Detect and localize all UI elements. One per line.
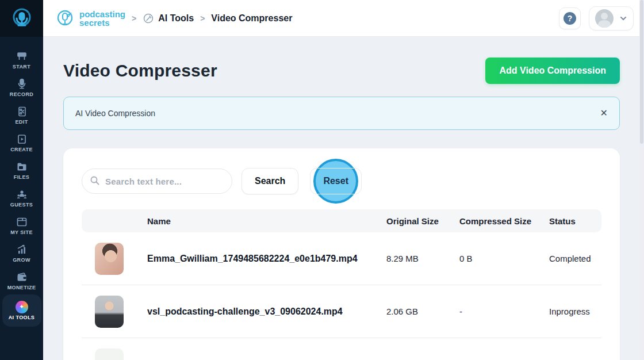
- sidebar-item-label: GUESTS: [10, 202, 33, 208]
- breadcrumb-video-compresser[interactable]: Video Compresser: [211, 13, 292, 24]
- sidebar-item-label: FILES: [14, 174, 30, 180]
- header-compressed-size: Compressed Size: [459, 216, 549, 226]
- chevron-down-icon: [619, 14, 627, 22]
- close-icon[interactable]: ✕: [600, 109, 608, 118]
- topbar-right: ?: [559, 6, 634, 30]
- sidebar-item-files[interactable]: FILES: [2, 156, 41, 184]
- sidebar-logo[interactable]: [0, 0, 43, 37]
- table-row: episode-20.mp4 2.21 GB 0 B Completed: [82, 338, 601, 360]
- sidebar-item-edit[interactable]: EDIT: [2, 101, 41, 129]
- header-status: Status: [549, 216, 601, 226]
- page-header: Video Compresser Add Video Compression: [63, 53, 620, 89]
- info-banner-text: AI Video Compression: [75, 109, 155, 118]
- table-header-row: Name Original Size Compressed Size Statu…: [82, 209, 601, 232]
- edit-clip-icon: [16, 106, 28, 117]
- ai-sparkle-icon: [16, 301, 28, 313]
- add-video-compression-button[interactable]: Add Video Compression: [485, 58, 620, 84]
- folder-icon: [16, 161, 28, 173]
- compressions-table: Name Original Size Compressed Size Statu…: [82, 209, 601, 360]
- status-text: Inprogress: [549, 307, 601, 316]
- status-text: Completed: [549, 254, 601, 263]
- original-size: 8.29 MB: [386, 254, 459, 263]
- search-toolbar: Search Reset: [82, 168, 601, 194]
- info-banner: AI Video Compression ✕: [63, 97, 620, 130]
- reset-button[interactable]: Reset: [310, 168, 362, 194]
- brand-wordmark: podcasting secrets: [79, 10, 125, 27]
- brand-line1: podcasting: [79, 10, 125, 18]
- scrollbar-track[interactable]: [639, 0, 644, 360]
- reset-button-wrap: Reset: [310, 168, 362, 194]
- search-box: [82, 168, 232, 194]
- magic-wand-circle-icon: [143, 13, 154, 24]
- video-thumbnail[interactable]: [95, 243, 124, 275]
- sidebar-item-ai-tools[interactable]: AI TOOLS: [2, 294, 41, 327]
- main-area: podcasting secrets > AI Tools >: [43, 0, 644, 360]
- brand-line2: secrets: [79, 18, 125, 27]
- search-input[interactable]: [82, 168, 232, 194]
- sidebar-item-monetize[interactable]: MONETIZE: [2, 267, 41, 294]
- sidebar-item-label: EDIT: [15, 119, 28, 125]
- sidebar: START RECORD: [0, 0, 43, 360]
- sidebar-item-grow[interactable]: GROW: [2, 239, 41, 267]
- breadcrumb-label: AI Tools: [158, 13, 194, 24]
- topbar: podcasting secrets > AI Tools >: [43, 0, 644, 37]
- sidebar-item-label: MONETIZE: [7, 285, 36, 290]
- sidebar-item-label: START: [13, 64, 30, 70]
- header-original-size: Original Size: [386, 216, 459, 226]
- app-window: START RECORD: [0, 0, 644, 360]
- page-title: Video Compresser: [63, 61, 217, 81]
- start-sign-icon: [16, 51, 28, 62]
- help-icon: ?: [564, 12, 576, 25]
- sidebar-item-my-site[interactable]: MY SITE: [2, 212, 41, 239]
- sidebar-item-guests[interactable]: GUESTS: [2, 184, 41, 212]
- original-size: 2.06 GB: [386, 307, 459, 316]
- brand-logo[interactable]: podcasting secrets: [55, 8, 125, 29]
- breadcrumb-separator: >: [132, 14, 136, 23]
- podcasting-secrets-logo-icon: [10, 6, 34, 30]
- breadcrumb-ai-tools[interactable]: AI Tools: [143, 13, 194, 24]
- sidebar-item-record[interactable]: RECORD: [2, 74, 41, 101]
- people-icon: [16, 189, 28, 200]
- breadcrumb-label: Video Compresser: [211, 13, 292, 24]
- compressed-size: 0 B: [459, 254, 549, 263]
- sidebar-nav: START RECORD: [0, 37, 43, 327]
- sidebar-item-label: CREATE: [10, 147, 33, 152]
- topbar-left: podcasting secrets > AI Tools >: [55, 8, 292, 29]
- scrollbar-thumb[interactable]: [640, 0, 643, 144]
- sidebar-item-label: RECORD: [10, 91, 33, 97]
- compression-list-card: Search Reset Name Original Size Compress…: [63, 148, 620, 360]
- browser-window-icon: [16, 216, 28, 228]
- compressed-size: -: [459, 307, 549, 316]
- help-button[interactable]: ?: [559, 7, 581, 29]
- content: Video Compresser Add Video Compression A…: [43, 37, 644, 360]
- video-name: vsl_podcasting-challenge_v3_09062024.mp4: [147, 307, 386, 317]
- wallet-icon: [16, 271, 28, 283]
- video-thumbnail[interactable]: [95, 348, 124, 360]
- user-menu[interactable]: [589, 6, 634, 30]
- video-name: Emma_Gwilliam_1749485682224_e0e1b479.mp4: [147, 254, 386, 264]
- sidebar-item-label: AI TOOLS: [9, 315, 35, 320]
- avatar: [595, 9, 614, 28]
- microphone-icon: [16, 78, 28, 90]
- table-row: Emma_Gwilliam_1749485682224_e0e1b479.mp4…: [82, 232, 601, 285]
- sidebar-item-label: MY SITE: [10, 229, 33, 235]
- search-button[interactable]: Search: [241, 168, 298, 194]
- brand-mic-icon: [55, 8, 75, 29]
- header-name: Name: [147, 216, 386, 226]
- sidebar-item-start[interactable]: START: [2, 46, 41, 74]
- table-row: vsl_podcasting-challenge_v3_09062024.mp4…: [82, 285, 601, 338]
- sidebar-item-label: GROW: [13, 257, 30, 263]
- video-thumbnail[interactable]: [95, 296, 124, 328]
- breadcrumb-separator: >: [200, 14, 205, 23]
- create-media-icon: [16, 133, 28, 145]
- growth-chart-icon: [16, 244, 28, 255]
- sidebar-item-create[interactable]: CREATE: [2, 129, 41, 156]
